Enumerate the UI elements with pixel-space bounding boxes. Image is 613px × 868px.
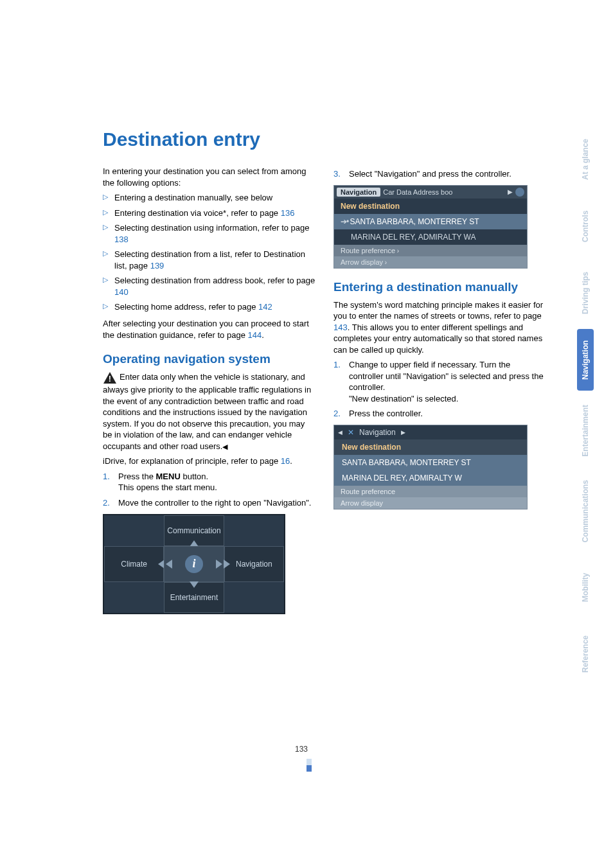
tab-driving-tips[interactable]: Driving tips xyxy=(577,262,594,324)
tab-navigation[interactable]: Navigation xyxy=(577,329,594,391)
page-number: 133 xyxy=(295,745,308,754)
option-home: Selecting home address, refer to page 14… xyxy=(103,301,315,313)
option-list: Selecting destination from a list, refer… xyxy=(103,249,315,271)
idrive-ref-text: iDrive, for explanation of principle, re… xyxy=(103,456,315,467)
chevron-down-icon xyxy=(190,581,199,588)
nav-screen1-header: Navigation Car Data Address boo ▶ xyxy=(334,186,527,199)
step-2-number: 2. xyxy=(103,497,110,509)
operating-steps: 1. Press the MENU button. This opens the… xyxy=(103,471,315,509)
nav-screen2-row-marina: MARINA DEL REY, ADMIRALTY W xyxy=(334,470,527,486)
nav-screen1-arrow-display: Arrow display xyxy=(334,256,527,268)
page-title: Destination entry xyxy=(103,128,546,150)
page-ref-139[interactable]: 139 xyxy=(150,261,164,270)
svg-marker-5 xyxy=(216,560,222,569)
scroll-right-icon: ▶ xyxy=(508,188,513,195)
tab-mobility[interactable]: Mobility xyxy=(577,556,594,618)
step-1-number: 1. xyxy=(103,471,110,483)
nav-screen1-new-destination: New destination xyxy=(334,199,527,214)
nav-screen2-title: Navigation xyxy=(359,428,396,437)
manual-paragraph: The system's word matching principle mak… xyxy=(333,299,546,356)
option-information: Selecting destination using information,… xyxy=(103,222,315,245)
section-operating-nav: Operating navigation system xyxy=(103,352,315,366)
chevron-right-icon xyxy=(224,560,230,569)
page-ref-142[interactable]: 142 xyxy=(258,302,272,312)
nav-screen2-new-destination: New destination xyxy=(334,439,527,455)
tab-communications[interactable]: Communications xyxy=(577,471,594,551)
manual-step-1-number: 1. xyxy=(333,359,341,371)
manual-steps: 1. Change to upper field if necessary. T… xyxy=(333,359,546,420)
menu-center: i xyxy=(164,546,224,582)
manual-step-1: 1. Change to upper field if necessary. T… xyxy=(333,359,546,404)
warning-icon: ! xyxy=(103,371,117,384)
svg-marker-4 xyxy=(166,560,172,569)
left-column: In entering your destination you can sel… xyxy=(103,166,315,614)
operating-step-3-list: 3. Select "Navigation" and press the con… xyxy=(333,168,546,180)
step-1: 1. Press the MENU button. This opens the… xyxy=(103,471,315,493)
tab-reference[interactable]: Reference xyxy=(577,623,594,685)
intro-text: In entering your destination you can sel… xyxy=(103,166,315,188)
status-icon xyxy=(515,188,524,197)
page-ref-144[interactable]: 144 xyxy=(248,330,262,340)
svg-marker-6 xyxy=(224,560,230,569)
menu-entertainment: Entertainment xyxy=(164,582,224,613)
manual-step-2-number: 2. xyxy=(333,408,341,420)
svg-text:!: ! xyxy=(109,374,111,384)
step-2: 2. Move the controller to the right to o… xyxy=(103,497,315,509)
nav-screen-figure-1: Navigation Car Data Address boo ▶ New de… xyxy=(333,185,528,269)
menu-climate: Climate xyxy=(104,546,164,582)
options-list: Entering a destination manually, see bel… xyxy=(103,192,315,313)
nav-screen2-arrow-display: Arrow display xyxy=(334,497,527,509)
warning-paragraph: ! Enter data only when the vehicle is st… xyxy=(103,371,315,452)
option-manual: Entering a destination manually, see bel… xyxy=(103,192,315,204)
tab-at-a-glance[interactable]: At a glance xyxy=(577,128,594,190)
step-3: 3. Select "Navigation" and press the con… xyxy=(333,168,546,180)
page-mark-icon xyxy=(306,759,317,772)
menu-communication: Communication xyxy=(164,515,224,546)
tab-entertainment[interactable]: Entertainment xyxy=(577,396,594,466)
right-column: 3. Select "Navigation" and press the con… xyxy=(333,166,546,614)
nav-screen1-row-marina: MARINA DEL REY, ADMIRALTY WA xyxy=(334,229,527,245)
nav-screen1-route-preference: Route preference xyxy=(334,245,527,256)
manual-step-2: 2. Press the controller. xyxy=(333,408,546,420)
idrive-menu-figure: Communication Climate i xyxy=(103,514,285,614)
nav-screen2-route-preference: Route preference xyxy=(334,486,527,497)
tab-controls[interactable]: Controls xyxy=(577,195,594,257)
step-3-number: 3. xyxy=(333,168,341,180)
after-select-text: After selecting your destination you can… xyxy=(103,318,315,341)
nav-screen2-header: ◀ ✕ Navigation ▶ xyxy=(334,425,527,439)
page-ref-138[interactable]: 138 xyxy=(114,235,129,244)
menu-navigation: Navigation xyxy=(224,546,284,582)
scroll-right-icon-2: ▶ xyxy=(401,429,405,436)
info-icon: i xyxy=(185,555,203,573)
scroll-left-icon: ◀ xyxy=(338,429,342,436)
nav-screen1-tab-navigation: Navigation xyxy=(337,188,380,197)
page-ref-143[interactable]: 143 xyxy=(333,323,348,332)
chevron-right-inner-icon xyxy=(216,560,222,569)
nav-screen2-row-santa-barbara: SANTA BARBARA, MONTERREY ST xyxy=(334,455,527,470)
end-mark-icon: ◀ xyxy=(222,443,227,450)
nav-screen1-row-santa-barbara: SANTA BARBARA, MONTERREY ST xyxy=(334,214,527,229)
option-voice: Entering destination via voice*, refer t… xyxy=(103,208,315,219)
nav-screen-figure-2: ◀ ✕ Navigation ▶ New destination SANTA B… xyxy=(333,425,528,509)
svg-marker-7 xyxy=(190,581,199,588)
page-ref-16[interactable]: 16 xyxy=(281,456,290,466)
side-tabs-container: At a glance Controls Driving tips Naviga… xyxy=(577,128,594,685)
section-entering-manually: Entering a destination manually xyxy=(333,280,546,294)
page-ref-136[interactable]: 136 xyxy=(281,208,295,218)
page-ref-140[interactable]: 140 xyxy=(114,287,129,297)
satellite-icon: ✕ xyxy=(348,428,354,437)
chevron-left-inner-icon xyxy=(166,560,172,569)
option-address-book: Selecting destination from address book,… xyxy=(103,275,315,297)
nav-screen1-tabs-rest: Car Data Address boo xyxy=(383,188,505,196)
